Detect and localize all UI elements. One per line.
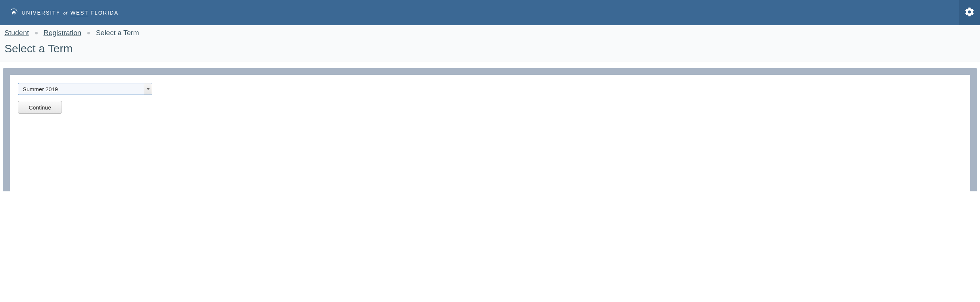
term-select-value: Summer 2019 <box>18 83 144 94</box>
brand-suffix: FLORIDA <box>91 10 119 16</box>
gear-icon <box>964 7 975 19</box>
brand-prefix: UNIVERSITY <box>22 10 60 16</box>
panel-frame: Summer 2019 Continue <box>3 68 977 191</box>
settings-button[interactable] <box>959 0 980 25</box>
breadcrumb-link-registration[interactable]: Registration <box>44 29 81 37</box>
continue-button[interactable]: Continue <box>18 101 62 113</box>
brand-text: UNIVERSITY of WEST FLORIDA <box>22 10 119 16</box>
nautilus-icon <box>10 8 18 18</box>
breadcrumb-current: Select a Term <box>96 29 139 37</box>
breadcrumb-link-student[interactable]: Student <box>5 29 29 37</box>
term-select[interactable]: Summer 2019 <box>18 83 152 95</box>
chevron-down-icon <box>144 83 152 94</box>
breadcrumb-separator <box>88 32 90 34</box>
app-header: UNIVERSITY of WEST FLORIDA <box>0 0 980 25</box>
brand-logo: UNIVERSITY of WEST FLORIDA <box>10 8 119 18</box>
page-title: Select a Term <box>5 42 975 55</box>
panel-body: Summer 2019 Continue <box>10 75 970 191</box>
svg-point-1 <box>13 12 14 13</box>
page-header-area: Student Registration Select a Term Selec… <box>0 25 980 62</box>
content-wrap: Summer 2019 Continue <box>0 62 980 191</box>
breadcrumb-separator <box>35 32 38 34</box>
brand-of: of <box>64 11 68 15</box>
breadcrumb: Student Registration Select a Term <box>5 29 975 37</box>
brand-west: WEST <box>70 10 88 16</box>
